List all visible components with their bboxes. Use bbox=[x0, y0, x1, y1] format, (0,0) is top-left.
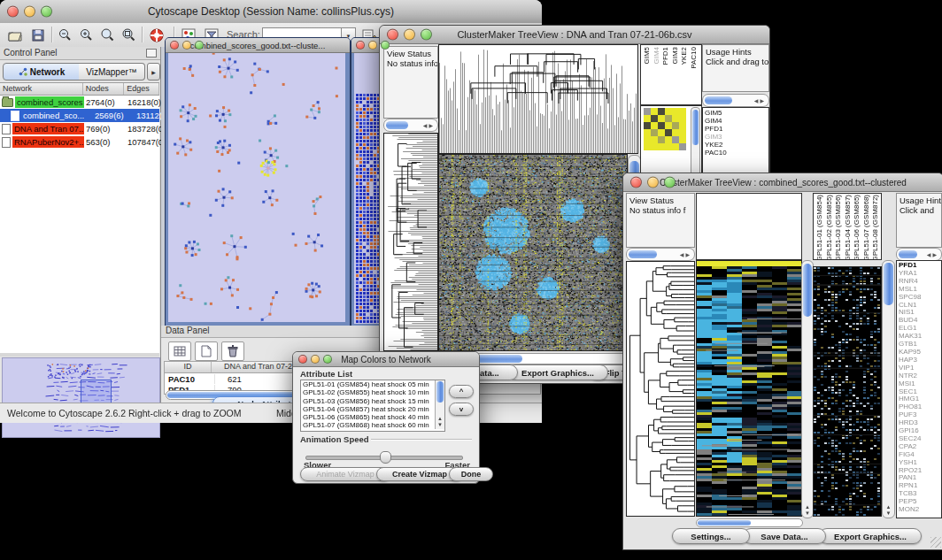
zoom-fit-icon[interactable] bbox=[119, 26, 138, 44]
zoom-selected-icon[interactable] bbox=[97, 26, 117, 44]
done-button[interactable]: Done bbox=[449, 467, 493, 481]
save-data-button[interactable]: Save Data... bbox=[743, 528, 826, 544]
minimize-icon[interactable] bbox=[311, 355, 320, 364]
tv1-array-labels: GIM5GIM4PFD1GIM3YKE2PAC10 bbox=[643, 47, 699, 102]
array-label: GPL51-02 (GSM855) bbox=[825, 195, 835, 260]
zoom-window-icon[interactable] bbox=[381, 41, 390, 50]
network-table-header[interactable]: Network Nodes Edges bbox=[0, 83, 159, 96]
close-icon[interactable] bbox=[387, 29, 398, 41]
float-panel-icon[interactable] bbox=[146, 49, 157, 58]
attribute-item[interactable]: GPL51-04 (GSM857) heat shock 20 min bbox=[301, 405, 434, 413]
panel-splitter[interactable] bbox=[0, 353, 159, 357]
attribute-item[interactable]: GPL51-02 (GSM855) heat shock 10 min bbox=[301, 388, 434, 396]
tv1-usage-scrollbar[interactable]: ◀▶ bbox=[702, 94, 769, 107]
network-nodes: 769(0) bbox=[84, 124, 126, 134]
new-attribute-icon[interactable] bbox=[195, 341, 218, 361]
attribute-item[interactable]: GPL51-06 (GSM865) heat shock 40 min bbox=[301, 413, 434, 421]
attribute-item[interactable]: GPL51-01 (GSM854) heat shock 05 min bbox=[301, 380, 434, 388]
attribute-item[interactable]: GPL51-07 (GSM868) heat shock 60 min bbox=[301, 421, 434, 429]
minimize-icon[interactable] bbox=[24, 6, 35, 18]
tab-vizmapper-label: VizMapper™ bbox=[86, 67, 137, 77]
zoom-window-icon[interactable] bbox=[195, 41, 204, 50]
select-attributes-icon[interactable] bbox=[168, 341, 191, 361]
minimize-icon[interactable] bbox=[404, 29, 415, 41]
close-icon[interactable] bbox=[630, 177, 642, 188]
gene-label[interactable]: GIM3 bbox=[703, 133, 768, 141]
tv1-view-status-panel: View Status No status info f bbox=[383, 46, 438, 119]
move-up-button[interactable]: ^ bbox=[449, 385, 474, 398]
array-label: GPL51-04 (GSM857) bbox=[844, 195, 853, 260]
gene-label[interactable]: PFD1 bbox=[703, 125, 768, 133]
column-header-id[interactable]: ID bbox=[165, 362, 212, 372]
tv2-viewstatus-scrollbar[interactable]: ◀▶ bbox=[626, 248, 695, 261]
close-icon[interactable] bbox=[7, 6, 19, 18]
tv1-heatmap-canvas[interactable] bbox=[438, 154, 628, 351]
tab-network[interactable]: Network bbox=[3, 63, 81, 81]
tv2-rowtree-canvas[interactable] bbox=[626, 261, 695, 517]
tv1-matrix-canvas[interactable] bbox=[644, 108, 688, 150]
birdseye-view[interactable] bbox=[2, 357, 160, 438]
network-row[interactable]: combined_sco...2569(6)13112(15) bbox=[0, 109, 159, 122]
network-row[interactable]: RNAPuberNov2+...563(0)107847(0) bbox=[0, 135, 159, 149]
open-icon[interactable] bbox=[5, 26, 25, 44]
tv2-horizontal-scrollbar[interactable] bbox=[696, 518, 803, 527]
zoom-window-icon[interactable] bbox=[664, 177, 676, 188]
gene-label[interactable]: YKE2 bbox=[703, 141, 768, 149]
close-icon[interactable] bbox=[356, 41, 365, 50]
treeview1-title: ClusterMaker TreeView : DNA and Tran 07-… bbox=[380, 26, 769, 43]
tv2-vertical-scrollbar-1[interactable]: ▲▼ bbox=[801, 260, 814, 518]
network-window-titlebar[interactable]: combined_scores_good.txt--cluste... bbox=[166, 38, 350, 53]
view-status-text: No status info f bbox=[384, 58, 437, 68]
tv2-usage-scrollbar[interactable]: ◀▶ bbox=[896, 248, 942, 261]
array-label: GPL51-03 (GSM856) bbox=[834, 195, 844, 260]
treeview2-window: ClusterMaker TreeView : combined_scores_… bbox=[622, 173, 942, 550]
slider-thumb[interactable] bbox=[380, 451, 391, 464]
tv2-usage-hints-panel: Usage Hints Click and bbox=[896, 193, 942, 248]
gene-label[interactable]: PAC10 bbox=[703, 149, 768, 157]
export-graphics-button[interactable]: Export Graphics... bbox=[819, 528, 922, 544]
desktop: Cytoscape Desktop (Session Name: collins… bbox=[0, 0, 942, 560]
network-table-rows: combined_scores2764(0)16218(0)combined_s… bbox=[0, 96, 159, 149]
tv1-viewstatus-scrollbar[interactable]: ◀▶ bbox=[383, 119, 438, 132]
document-icon bbox=[2, 124, 11, 134]
tv2-heatmap-canvas[interactable] bbox=[696, 260, 802, 517]
treeview2-titlebar[interactable]: ClusterMaker TreeView : combined_scores_… bbox=[623, 173, 942, 192]
document-icon bbox=[11, 111, 19, 121]
network-row[interactable]: combined_scores2764(0)16218(0) bbox=[0, 96, 159, 109]
minimize-icon[interactable] bbox=[368, 41, 377, 50]
tv1-coltree-canvas[interactable] bbox=[438, 44, 638, 154]
tv2-heatmap2-canvas[interactable] bbox=[813, 266, 882, 517]
main-titlebar[interactable]: Cytoscape Desktop (Session Name: collins… bbox=[0, 0, 542, 24]
zoom-out-icon[interactable] bbox=[55, 26, 74, 44]
resize-grip[interactable] bbox=[930, 537, 941, 548]
treeview1-titlebar[interactable]: ClusterMaker TreeView : DNA and Tran 07-… bbox=[380, 26, 769, 44]
close-icon[interactable] bbox=[170, 41, 179, 50]
gene-label[interactable]: MON2 bbox=[897, 506, 941, 514]
tab-overflow-button[interactable]: ▶ bbox=[147, 63, 160, 81]
network-edges: 16218(0) bbox=[126, 97, 161, 107]
export-graphics-button[interactable]: Export Graphics... bbox=[507, 364, 608, 380]
tv1-rowtree-canvas[interactable] bbox=[383, 133, 438, 351]
dialog-titlebar[interactable]: Map Colors to Network bbox=[293, 352, 479, 367]
move-down-button[interactable]: v bbox=[449, 403, 474, 416]
zoom-window-icon[interactable] bbox=[323, 355, 332, 364]
minimize-icon[interactable] bbox=[182, 41, 191, 50]
save-icon[interactable] bbox=[28, 26, 48, 44]
tab-vizmapper[interactable]: VizMapper™ bbox=[79, 63, 145, 81]
gene-label[interactable]: GIM5 bbox=[703, 109, 768, 117]
attribute-list-scrollbar[interactable]: ▲▼ bbox=[435, 380, 444, 429]
settings-button[interactable]: Settings... bbox=[672, 528, 750, 544]
tv2-vertical-scrollbar-2[interactable]: ▲▼ bbox=[882, 260, 895, 518]
gene-label[interactable]: GIM4 bbox=[703, 117, 768, 125]
help-lifering-icon[interactable] bbox=[147, 26, 166, 44]
row-id: PAC10 bbox=[165, 374, 215, 384]
network-canvas[interactable] bbox=[168, 53, 345, 322]
zoom-window-icon[interactable] bbox=[421, 29, 432, 41]
minimize-icon[interactable] bbox=[647, 177, 659, 188]
zoom-in-icon[interactable] bbox=[76, 26, 96, 44]
network-row[interactable]: DNA and Tran 07...769(0)183728(0) bbox=[0, 122, 159, 135]
attribute-item[interactable]: GPL51-03 (GSM856) heat shock 15 min bbox=[301, 397, 434, 405]
zoom-window-icon[interactable] bbox=[41, 6, 52, 18]
delete-attribute-icon[interactable] bbox=[221, 341, 244, 361]
close-icon[interactable] bbox=[298, 355, 307, 364]
